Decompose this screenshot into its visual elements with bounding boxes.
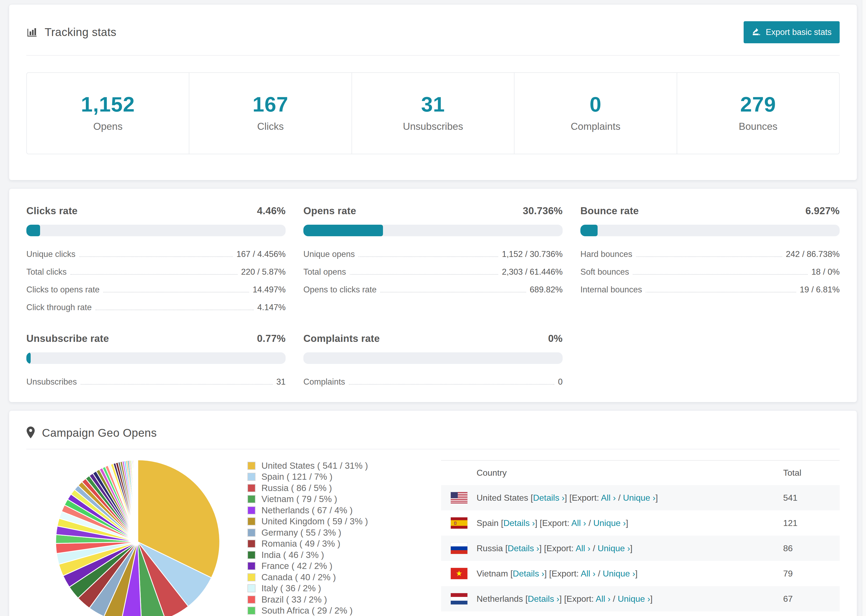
rate-title-row: Clicks rate 4.46%: [26, 205, 286, 217]
export-unique-link[interactable]: Unique ›: [618, 594, 650, 603]
dotted-leader: [103, 292, 249, 292]
stat-value: 31: [352, 92, 514, 117]
bracket: ]: [655, 493, 658, 503]
rate-stat-row: Internal bounces 19 / 6.81%: [580, 281, 840, 299]
total-cell: 541: [783, 493, 840, 503]
total-cell: 67: [783, 594, 840, 604]
geo-table-row: Spain [Details ›] [Export: All › / Uniqu…: [441, 511, 840, 536]
legend-label: France ( 42 / 2% ): [261, 561, 332, 571]
dotted-leader: [96, 310, 254, 310]
geo-pie-chart: [26, 449, 247, 616]
export-all-link[interactable]: All ›: [576, 544, 590, 553]
legend-swatch: [247, 495, 255, 503]
export-all-link[interactable]: All ›: [596, 594, 611, 603]
country-flag-icon: [451, 492, 468, 503]
total-cell: 121: [783, 518, 840, 528]
export-unique-link[interactable]: Unique ›: [603, 569, 635, 578]
rate-title-row: Opens rate 30.736%: [303, 205, 563, 217]
export-prefix: [Export:: [564, 594, 594, 603]
legend-swatch: [247, 484, 255, 492]
geo-legend: United States ( 541 / 31% ) Spain ( 121 …: [247, 449, 409, 616]
scrollbar-track[interactable]: [862, 0, 866, 616]
bracket: ]: [544, 569, 547, 578]
export-all-link[interactable]: All ›: [601, 493, 616, 503]
stats-summary-row: 1,152 Opens 167 Clicks 31 Unsubscribes 0…: [26, 72, 840, 154]
export-unique-link[interactable]: Unique ›: [623, 493, 655, 503]
export-icon: [752, 27, 761, 38]
header-divider: [26, 55, 840, 56]
legend-item: France ( 42 / 2% ): [247, 561, 409, 572]
details-link[interactable]: Details ›: [527, 594, 559, 603]
legend-label: Canada ( 40 / 2% ): [261, 572, 336, 582]
tracking-stats-card: Tracking stats Export basic stats 1,152 …: [9, 4, 857, 180]
geo-table-row: Russia [Details ›] [Export: All › / Uniq…: [441, 536, 840, 561]
details-link[interactable]: Details ›: [504, 518, 535, 528]
rate-progress-fill: [26, 352, 31, 364]
bar-chart-icon: [26, 26, 38, 38]
details-link[interactable]: Details ›: [513, 569, 544, 578]
rate-stat-value: 0: [558, 377, 563, 387]
legend-item: Netherlands ( 67 / 4% ): [247, 505, 409, 516]
export-prefix: [Export:: [569, 493, 599, 503]
export-prefix: [Export:: [549, 569, 579, 578]
rate-stat-label: Opens to clicks rate: [303, 285, 376, 295]
stat-cell: 279 Bounces: [677, 73, 839, 154]
rate-progress-track: [580, 225, 840, 236]
rate-stat-row: Unsubscribes 31: [26, 373, 286, 391]
dotted-leader: [633, 274, 808, 275]
legend-swatch: [247, 584, 255, 592]
rate-stat-value: 19 / 6.81%: [800, 285, 840, 295]
rate-progress-fill: [26, 225, 40, 236]
rate-stat-row: Soft bounces 18 / 0%: [580, 263, 840, 281]
export-unique-link[interactable]: Unique ›: [598, 544, 630, 553]
export-prefix: [Export:: [544, 544, 574, 553]
separator: /: [598, 569, 600, 578]
bracket: ]: [539, 544, 542, 553]
details-link[interactable]: Details ›: [508, 544, 539, 553]
country-flag-icon: [451, 568, 468, 579]
geo-table-row: United Kingdom [Details ›] [Export: All …: [441, 611, 840, 616]
stat-cell: 1,152 Opens: [27, 73, 189, 154]
rate-rows: Unsubscribes 31: [26, 373, 286, 391]
separator: /: [618, 493, 620, 503]
tracking-header: Tracking stats Export basic stats: [26, 16, 840, 55]
rate-block: Bounce rate 6.927% Hard bounces 242 / 86…: [580, 205, 840, 316]
export-all-link[interactable]: All ›: [581, 569, 595, 578]
rates-card: Clicks rate 4.46% Unique clicks 167 / 4.…: [9, 189, 857, 402]
geo-content: United States ( 541 / 31% ) Spain ( 121 …: [26, 449, 840, 616]
total-cell: 79: [783, 569, 840, 579]
legend-swatch: [247, 529, 255, 537]
geo-table-body: United States [Details ›] [Export: All ›…: [441, 485, 840, 616]
dotted-leader: [359, 256, 498, 257]
bracket: [: [531, 493, 533, 503]
rate-stat-row: Hard bounces 242 / 86.738%: [580, 245, 840, 263]
legend-item: South Africa ( 29 / 2% ): [247, 605, 409, 616]
rate-stat-row: Complaints 0: [303, 373, 563, 391]
rate-stat-row: Click through rate 4.147%: [26, 299, 286, 316]
legend-item: Russia ( 86 / 5% ): [247, 482, 409, 494]
rate-stat-label: Soft bounces: [580, 267, 629, 277]
rate-stat-value: 4.147%: [257, 303, 286, 312]
rate-stat-row: Unique clicks 167 / 4.456%: [26, 245, 286, 263]
bracket: [: [510, 569, 513, 578]
export-unique-link[interactable]: Unique ›: [593, 518, 626, 528]
details-link[interactable]: Details ›: [533, 493, 565, 503]
rate-stat-row: Clicks to opens rate 14.497%: [26, 281, 286, 299]
bracket: ]: [626, 518, 628, 528]
legend-item: United States ( 541 / 31% ): [247, 460, 409, 471]
export-basic-stats-button[interactable]: Export basic stats: [744, 21, 840, 43]
dotted-leader: [350, 274, 498, 275]
stat-value: 279: [677, 92, 839, 117]
export-all-link[interactable]: All ›: [571, 518, 586, 528]
legend-swatch: [247, 607, 255, 614]
rate-rows: Hard bounces 242 / 86.738% Soft bounces …: [580, 245, 840, 299]
rate-stat-value: 31: [277, 377, 286, 387]
rate-stat-value: 18 / 0%: [811, 267, 840, 277]
legend-label: Romania ( 49 / 3% ): [261, 539, 340, 549]
bracket: ]: [565, 493, 567, 503]
rate-block: Complaints rate 0% Complaints 0: [303, 333, 563, 391]
geo-title: Campaign Geo Opens: [42, 426, 157, 439]
rates-grid: Clicks rate 4.46% Unique clicks 167 / 4.…: [26, 205, 840, 391]
rate-stat-value: 167 / 4.456%: [236, 250, 286, 259]
rate-block: Opens rate 30.736% Unique opens 1,152 / …: [303, 205, 563, 316]
